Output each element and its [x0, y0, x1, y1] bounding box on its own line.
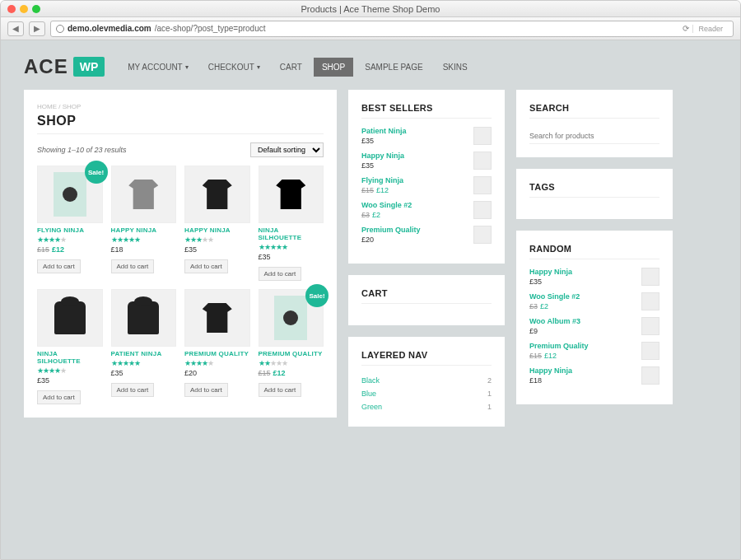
star-rating: ★★★★★: [184, 359, 250, 367]
product-card[interactable]: PATIENT NINJA★★★★★£35Add to cart: [111, 289, 177, 404]
product-thumb-mini: [641, 366, 659, 385]
list-item[interactable]: Patient Ninja£35: [361, 127, 492, 145]
url-host: demo.olevmedia.com: [68, 24, 151, 33]
product-link[interactable]: Happy Ninja: [529, 268, 572, 276]
widget-title: CART: [361, 288, 492, 298]
add-to-cart-button[interactable]: Add to cart: [259, 383, 302, 397]
add-to-cart-button[interactable]: Add to cart: [111, 383, 155, 397]
search-input[interactable]: [529, 128, 659, 144]
sale-badge: Sale!: [305, 284, 329, 307]
product-link[interactable]: Woo Single #2: [361, 201, 412, 209]
star-rating: ★★★★★: [184, 236, 250, 244]
forward-button[interactable]: ▶: [29, 21, 45, 36]
list-item[interactable]: Woo Single #2£3£2: [361, 201, 492, 219]
reader-button[interactable]: Reader: [692, 25, 728, 33]
product-card[interactable]: Sale!FLYING NINJA★★★★★£15£12Add to cart: [37, 166, 103, 281]
product-thumb-mini: [473, 152, 492, 170]
product-card[interactable]: NINJA SILHOUETTE★★★★★£35Add to cart: [37, 289, 103, 404]
product-link[interactable]: Flying Ninja: [361, 176, 403, 184]
product-thumb: [184, 289, 250, 347]
refresh-icon[interactable]: ⟳: [683, 24, 689, 33]
product-title: PATIENT NINJA: [111, 350, 177, 357]
product-link[interactable]: Premium Quality: [529, 342, 589, 350]
menu-item-sample-page[interactable]: SAMPLE PAGE: [357, 58, 431, 77]
product-link[interactable]: Patient Ninja: [361, 127, 407, 135]
list-item[interactable]: Happy Ninja£35: [361, 152, 492, 170]
product-card[interactable]: HAPPY NINJA★★★★★£35Add to cart: [184, 166, 250, 281]
filter-option[interactable]: Black2: [361, 374, 492, 387]
product-thumb: [111, 289, 177, 347]
product-thumb-mini: [641, 342, 659, 360]
product-thumb: [111, 166, 177, 223]
list-item[interactable]: Happy Ninja£18: [529, 366, 659, 385]
product-grid: Sale!FLYING NINJA★★★★★£15£12Add to cartH…: [37, 166, 324, 404]
add-to-cart-button[interactable]: Add to cart: [184, 259, 228, 273]
star-rating: ★★★★★: [37, 236, 103, 244]
back-button[interactable]: ◀: [7, 21, 24, 36]
product-link[interactable]: Happy Ninja: [529, 366, 572, 375]
filter-option[interactable]: Blue1: [361, 387, 492, 400]
chevron-down-icon: ▾: [185, 63, 189, 71]
list-item[interactable]: Woo Album #3£9: [529, 317, 659, 335]
browser-window: Products | Ace Theme Shop Demo ◀ ▶ demo.…: [0, 0, 741, 560]
list-item[interactable]: Premium Quality£15£12: [529, 342, 659, 360]
filter-count: 1: [487, 403, 492, 411]
main-menu: MY ACCOUNT▾CHECKOUT▾CARTSHOPSAMPLE PAGES…: [119, 58, 475, 77]
product-price: £3£2: [529, 302, 580, 310]
product-price: £15£12: [529, 352, 589, 360]
product-link[interactable]: Happy Ninja: [361, 152, 404, 160]
product-link[interactable]: Premium Quality: [361, 226, 421, 234]
url-path[interactable]: [155, 24, 680, 33]
product-title: NINJA SILHOUETTE: [259, 226, 324, 241]
shop-panel: HOME / SHOP SHOP Showing 1–10 of 23 resu…: [24, 90, 337, 418]
add-to-cart-button[interactable]: Add to cart: [37, 259, 81, 273]
menu-item-my-account[interactable]: MY ACCOUNT▾: [119, 58, 197, 77]
widget-title: BEST SELLERS: [361, 103, 492, 113]
product-card[interactable]: NINJA SILHOUETTE★★★★★£35Add to cart: [259, 166, 324, 281]
product-thumb-mini: [473, 201, 492, 219]
menu-item-cart[interactable]: CART: [272, 58, 310, 77]
add-to-cart-button[interactable]: Add to cart: [111, 259, 155, 273]
list-item[interactable]: Woo Single #2£3£2: [529, 292, 659, 310]
product-price: £35: [184, 245, 250, 254]
product-card[interactable]: HAPPY NINJA★★★★★£18Add to cart: [111, 166, 177, 281]
menu-item-skins[interactable]: SKINS: [435, 58, 476, 77]
product-title: PREMIUM QUALITY: [184, 350, 250, 357]
url-bar[interactable]: demo.olevmedia.com ⟳ Reader: [50, 21, 734, 37]
product-price: £15£12: [37, 245, 103, 254]
globe-icon: [56, 25, 64, 33]
add-to-cart-button[interactable]: Add to cart: [259, 267, 302, 281]
list-item[interactable]: Happy Ninja£35: [529, 268, 659, 286]
product-price: £20: [184, 369, 250, 377]
product-thumb: [184, 166, 250, 223]
product-title: NINJA SILHOUETTE: [37, 350, 103, 365]
list-item[interactable]: Premium Quality£20: [361, 226, 492, 244]
site-header: ACE WP MY ACCOUNT▾CHECKOUT▾CARTSHOPSAMPL…: [24, 55, 717, 78]
widget-bestsellers: BEST SELLERS Patient Ninja£35Happy Ninja…: [348, 90, 505, 264]
add-to-cart-button[interactable]: Add to cart: [37, 390, 81, 404]
logo[interactable]: ACE WP: [24, 55, 105, 78]
add-to-cart-button[interactable]: Add to cart: [184, 383, 228, 397]
menu-item-checkout[interactable]: CHECKOUT▾: [200, 58, 268, 77]
product-title: HAPPY NINJA: [184, 226, 250, 234]
widget-random: RANDOM Happy Ninja£35Woo Single #2£3£2Wo…: [516, 231, 673, 404]
product-link[interactable]: Woo Single #2: [529, 292, 580, 301]
page-title: SHOP: [37, 114, 324, 128]
menu-item-shop[interactable]: SHOP: [314, 58, 353, 77]
product-thumb-mini: [473, 127, 492, 145]
window-titlebar: Products | Ace Theme Shop Demo: [1, 1, 740, 17]
product-card[interactable]: PREMIUM QUALITY★★★★★£20Add to cart: [184, 289, 250, 404]
product-card[interactable]: Sale!PREMIUM QUALITY★★★★★£15£12Add to ca…: [259, 289, 324, 404]
list-item[interactable]: Flying Ninja£15£12: [361, 176, 492, 194]
widget-search: SEARCH: [516, 90, 673, 157]
product-link[interactable]: Woo Album #3: [529, 317, 580, 325]
filter-option[interactable]: Green1: [361, 400, 492, 413]
product-price: £35: [361, 137, 407, 145]
filter-count: 2: [487, 376, 492, 385]
browser-toolbar: ◀ ▶ demo.olevmedia.com ⟳ Reader: [1, 17, 740, 40]
product-thumb: [259, 166, 324, 223]
sort-select[interactable]: Default sorting: [250, 142, 324, 157]
logo-text: ACE: [24, 55, 68, 78]
widget-cart: CART: [348, 275, 505, 325]
product-title: PREMIUM QUALITY: [259, 350, 324, 357]
